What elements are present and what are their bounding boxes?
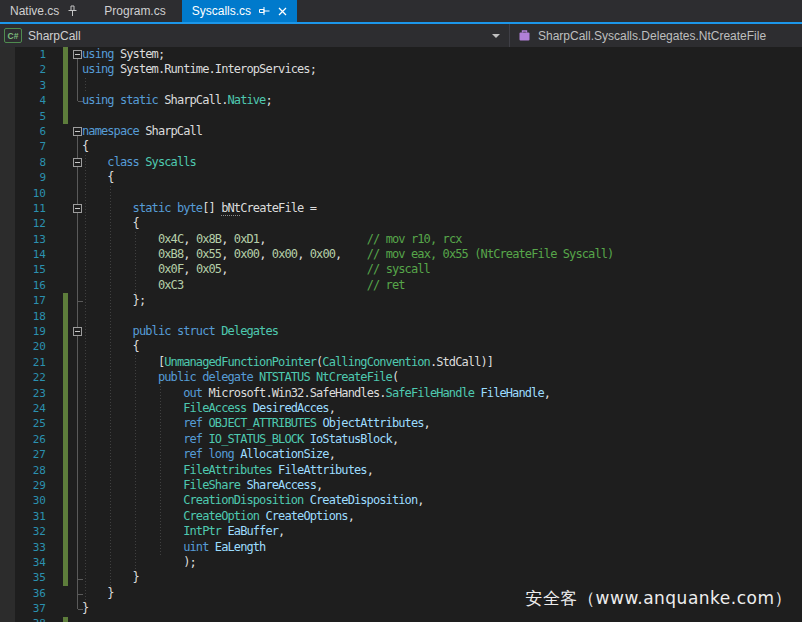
line-number: 26 [0, 432, 46, 447]
code-line[interactable]: using System; [82, 47, 613, 62]
pin-icon[interactable] [259, 5, 270, 17]
tab-label: Syscalls.cs [192, 4, 251, 18]
code-line[interactable]: 0x4C, 0x8B, 0xD1, // mov r10, rcx [82, 232, 613, 247]
code-line[interactable]: ref IO_STATUS_BLOCK IoStatusBlock, [82, 432, 613, 447]
line-number: 32 [0, 524, 46, 539]
code-line[interactable]: namespace SharpCall [82, 124, 613, 139]
project-name: SharpCall [28, 29, 81, 43]
code-line[interactable] [82, 78, 613, 93]
line-number: 35 [0, 570, 46, 585]
line-number: 5 [0, 109, 46, 124]
line-number: 8 [0, 155, 46, 170]
change-bar [63, 617, 68, 622]
code-line[interactable]: 0x0F, 0x05, // syscall [82, 262, 613, 277]
close-icon[interactable] [278, 7, 287, 16]
watermark: 安全客（www.anquanke.com） [526, 587, 792, 610]
line-number: 30 [0, 493, 46, 508]
line-number: 1 [0, 47, 46, 62]
code-line[interactable]: FileShare ShareAccess, [82, 478, 613, 493]
code-line[interactable]: class Syscalls [82, 155, 613, 170]
tab-native-cs[interactable]: Native.cs [0, 0, 88, 22]
code-line[interactable]: { [82, 139, 613, 154]
code-line[interactable]: } [82, 570, 613, 585]
code-line[interactable]: CreationDisposition CreateDisposition, [82, 493, 613, 508]
change-bar [63, 47, 68, 124]
code-line[interactable]: public struct Delegates [82, 324, 613, 339]
tab-bar: Native.csProgram.csSyscalls.cs [0, 0, 802, 22]
code-line[interactable]: FileAccess DesiredAcces, [82, 401, 613, 416]
navigation-bar: C# SharpCall SharpCall.Syscalls.Delegate… [0, 24, 802, 47]
code-line[interactable] [82, 109, 613, 124]
line-number: 18 [0, 309, 46, 324]
chevron-down-icon[interactable] [492, 34, 500, 38]
line-number: 29 [0, 478, 46, 493]
line-number: 34 [0, 555, 46, 570]
collapse-box-icon[interactable] [73, 327, 82, 336]
code-line[interactable]: out Microsoft.Win32.SafeHandles.SafeFile… [82, 386, 613, 401]
code-line[interactable]: public delegate NTSTATUS NtCreateFile( [82, 370, 613, 385]
code-line[interactable]: using static SharpCall.Native; [82, 93, 613, 108]
code-line[interactable]: FileAttributes FileAttributes, [82, 463, 613, 478]
line-number: 19 [0, 324, 46, 339]
code-line[interactable] [82, 616, 613, 622]
line-number: 38 [0, 616, 46, 622]
line-number: 17 [0, 293, 46, 308]
code-line[interactable]: static byte[] bNtCreateFile = [82, 201, 613, 216]
line-number: 31 [0, 509, 46, 524]
pin-icon[interactable] [67, 5, 78, 17]
line-number: 12 [0, 216, 46, 231]
collapse-box-icon[interactable] [73, 50, 82, 59]
code-line[interactable]: IntPtr EaBuffer, [82, 524, 613, 539]
tab-label: Native.cs [10, 4, 59, 18]
line-number: 13 [0, 232, 46, 247]
collapse-box-icon[interactable] [73, 158, 82, 167]
line-number: 24 [0, 401, 46, 416]
line-number: 7 [0, 139, 46, 154]
line-number: 36 [0, 586, 46, 601]
code-line[interactable]: ref OBJECT_ATTRIBUTES ObjectAttributes, [82, 416, 613, 431]
code-line[interactable]: ); [82, 555, 613, 570]
tab-program-cs[interactable]: Program.cs [94, 0, 175, 22]
code-line[interactable]: 0xB8, 0x55, 0x00, 0x00, 0x00, // mov eax… [82, 247, 613, 262]
line-number: 37 [0, 601, 46, 616]
line-number: 9 [0, 170, 46, 185]
code-line[interactable]: CreateOption CreateOptions, [82, 509, 613, 524]
line-number: 11 [0, 201, 46, 216]
code-line[interactable]: { [82, 339, 613, 354]
line-number: 21 [0, 355, 46, 370]
code-line[interactable]: 0xC3 // ret [82, 278, 613, 293]
code-line[interactable]: { [82, 170, 613, 185]
collapse-box-icon[interactable] [73, 204, 82, 213]
code-line[interactable]: }; [82, 293, 613, 308]
line-number: 14 [0, 247, 46, 262]
code-line[interactable]: uint EaLength [82, 540, 613, 555]
method-icon [518, 29, 531, 42]
line-number: 23 [0, 386, 46, 401]
code-area[interactable]: using System;using System.Runtime.Intero… [82, 47, 613, 622]
change-bar [63, 293, 68, 586]
line-number: 6 [0, 124, 46, 139]
code-line[interactable]: ref long AllocationSize, [82, 447, 613, 462]
csharp-project-icon: C# [4, 28, 22, 43]
collapse-box-icon[interactable] [73, 127, 82, 136]
line-number: 16 [0, 278, 46, 293]
member-path: SharpCall.Syscalls.Delegates.NtCreateFil… [538, 29, 766, 43]
member-dropdown[interactable]: SharpCall.Syscalls.Delegates.NtCreateFil… [510, 24, 802, 47]
fold-line [77, 59, 78, 101]
code-line[interactable]: [UnmanagedFunctionPointer(CallingConvent… [82, 355, 613, 370]
code-line[interactable]: { [82, 216, 613, 231]
tab-label: Program.cs [104, 4, 165, 18]
code-line[interactable] [82, 309, 613, 324]
code-editor[interactable]: 1234567891011121314151617181920212223242… [0, 47, 802, 622]
line-number: 22 [0, 370, 46, 385]
line-number: 25 [0, 416, 46, 431]
tab-syscalls-cs[interactable]: Syscalls.cs [182, 0, 297, 22]
line-number: 15 [0, 262, 46, 277]
line-number-gutter: 1234567891011121314151617181920212223242… [0, 47, 46, 622]
line-number: 27 [0, 447, 46, 462]
line-number: 2 [0, 62, 46, 77]
line-number: 4 [0, 93, 46, 108]
project-dropdown[interactable]: C# SharpCall [0, 24, 509, 47]
code-line[interactable] [82, 186, 613, 201]
code-line[interactable]: using System.Runtime.InteropServices; [82, 62, 613, 77]
